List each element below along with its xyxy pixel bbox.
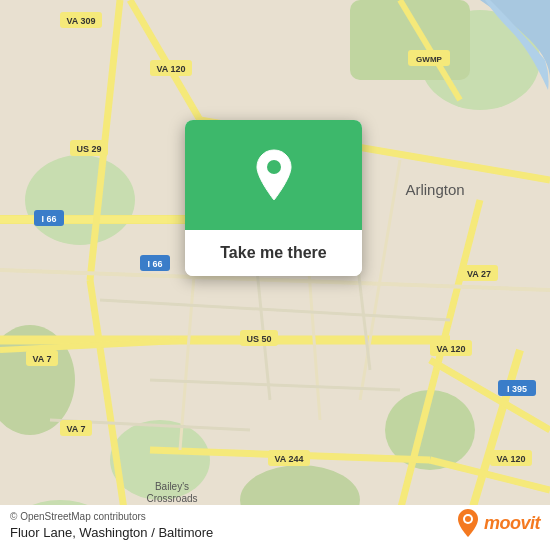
svg-text:Crossroads: Crossroads	[146, 493, 197, 504]
svg-text:I 66: I 66	[147, 259, 162, 269]
svg-text:VA 120: VA 120	[496, 454, 525, 464]
take-me-there-button[interactable]: Take me there	[185, 230, 362, 276]
svg-text:US 29: US 29	[76, 144, 101, 154]
popup-card: Take me there	[185, 120, 362, 276]
popup-green-area	[185, 120, 362, 230]
svg-point-4	[25, 155, 135, 245]
svg-point-65	[267, 160, 281, 174]
svg-text:Arlington: Arlington	[405, 181, 464, 198]
moovit-logo: moovit	[456, 508, 540, 538]
moovit-pin-icon	[456, 508, 480, 538]
svg-text:VA 309: VA 309	[66, 16, 95, 26]
svg-text:VA 244: VA 244	[274, 454, 303, 464]
svg-text:VA 120: VA 120	[156, 64, 185, 74]
svg-point-67	[465, 516, 471, 522]
moovit-logo-text: moovit	[484, 513, 540, 534]
svg-text:Bailey's: Bailey's	[155, 481, 189, 492]
location-pin-icon	[252, 148, 296, 202]
svg-text:VA 120: VA 120	[436, 344, 465, 354]
svg-text:VA 7: VA 7	[66, 424, 85, 434]
svg-text:VA 7: VA 7	[32, 354, 51, 364]
map-container: VA 309 VA 120 US 29 I 66 I 66 VA 7 VA 7 …	[0, 0, 550, 550]
svg-text:I 395: I 395	[507, 384, 527, 394]
svg-text:I 66: I 66	[41, 214, 56, 224]
svg-text:GWMP: GWMP	[416, 55, 442, 64]
svg-text:VA 27: VA 27	[467, 269, 491, 279]
svg-text:US 50: US 50	[246, 334, 271, 344]
